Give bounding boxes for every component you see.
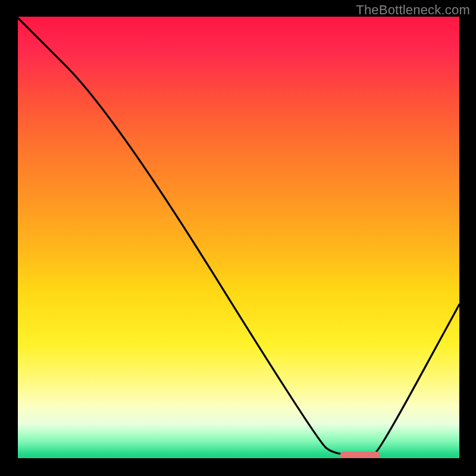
optimal-marker xyxy=(340,452,380,459)
watermark-label: TheBottleneck.com xyxy=(356,2,470,18)
curve-svg xyxy=(17,17,459,459)
plot-area xyxy=(17,17,459,459)
chart-container: TheBottleneck.com xyxy=(0,0,476,476)
bottleneck-curve-path xyxy=(17,17,459,455)
